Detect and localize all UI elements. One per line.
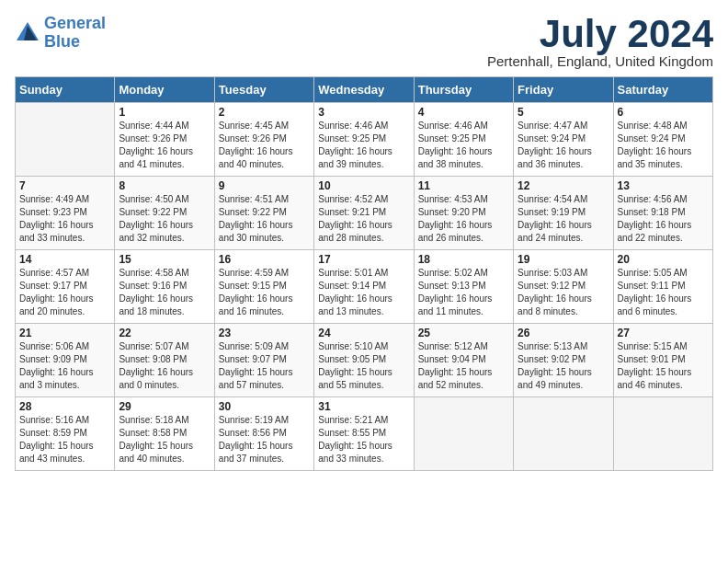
day-number: 28 bbox=[19, 400, 110, 413]
calendar-cell: 21Sunrise: 5:06 AMSunset: 9:09 PMDayligh… bbox=[16, 324, 115, 397]
day-info: Sunrise: 5:15 AMSunset: 9:01 PMDaylight:… bbox=[618, 340, 709, 392]
calendar-cell: 29Sunrise: 5:18 AMSunset: 8:58 PMDayligh… bbox=[115, 397, 214, 471]
day-info: Sunrise: 4:50 AMSunset: 9:22 PMDaylight:… bbox=[119, 193, 210, 245]
day-number: 15 bbox=[119, 253, 210, 266]
calendar-cell bbox=[414, 397, 513, 471]
day-number: 19 bbox=[518, 253, 609, 266]
day-header-sunday: Sunday bbox=[16, 77, 115, 103]
day-info: Sunrise: 5:02 AMSunset: 9:13 PMDaylight:… bbox=[418, 267, 509, 318]
day-number: 4 bbox=[418, 106, 509, 119]
page-header: General Blue July 2024 Pertenhall, Engla… bbox=[15, 15, 713, 69]
day-number: 2 bbox=[219, 106, 310, 119]
calendar-cell: 5Sunrise: 4:47 AMSunset: 9:24 PMDaylight… bbox=[514, 103, 613, 177]
day-info: Sunrise: 4:56 AMSunset: 9:18 PMDaylight:… bbox=[618, 193, 709, 245]
calendar-cell: 22Sunrise: 5:07 AMSunset: 9:08 PMDayligh… bbox=[115, 324, 214, 397]
calendar-cell bbox=[613, 397, 712, 471]
day-number: 24 bbox=[318, 327, 409, 339]
day-info: Sunrise: 5:05 AMSunset: 9:11 PMDaylight:… bbox=[618, 267, 709, 318]
week-row-2: 7Sunrise: 4:49 AMSunset: 9:23 PMDaylight… bbox=[16, 177, 713, 250]
day-info: Sunrise: 4:52 AMSunset: 9:21 PMDaylight:… bbox=[318, 193, 409, 245]
day-number: 8 bbox=[119, 179, 210, 192]
day-number: 10 bbox=[318, 179, 409, 192]
calendar-cell: 11Sunrise: 4:53 AMSunset: 9:20 PMDayligh… bbox=[414, 177, 513, 250]
day-info: Sunrise: 4:59 AMSunset: 9:15 PMDaylight:… bbox=[219, 267, 310, 318]
calendar-cell: 14Sunrise: 4:57 AMSunset: 9:17 PMDayligh… bbox=[16, 250, 115, 324]
day-number: 1 bbox=[119, 106, 210, 119]
calendar-cell: 3Sunrise: 4:46 AMSunset: 9:25 PMDaylight… bbox=[314, 103, 414, 177]
day-number: 11 bbox=[418, 179, 509, 192]
day-number: 18 bbox=[418, 253, 509, 266]
day-info: Sunrise: 5:18 AMSunset: 8:58 PMDaylight:… bbox=[119, 414, 210, 465]
day-info: Sunrise: 5:13 AMSunset: 9:02 PMDaylight:… bbox=[518, 340, 609, 392]
day-number: 13 bbox=[618, 179, 709, 192]
day-number: 29 bbox=[119, 400, 210, 413]
day-number: 9 bbox=[219, 179, 310, 192]
day-number: 21 bbox=[19, 327, 110, 339]
day-info: Sunrise: 4:44 AMSunset: 9:26 PMDaylight:… bbox=[119, 120, 210, 171]
calendar-cell: 4Sunrise: 4:46 AMSunset: 9:25 PMDaylight… bbox=[414, 103, 513, 177]
calendar-cell: 31Sunrise: 5:21 AMSunset: 8:55 PMDayligh… bbox=[314, 397, 414, 471]
day-number: 31 bbox=[318, 400, 409, 413]
calendar-cell: 17Sunrise: 5:01 AMSunset: 9:14 PMDayligh… bbox=[314, 250, 414, 324]
calendar-cell: 13Sunrise: 4:56 AMSunset: 9:18 PMDayligh… bbox=[613, 177, 712, 250]
day-info: Sunrise: 4:54 AMSunset: 9:19 PMDaylight:… bbox=[518, 193, 609, 245]
logo-text: General Blue bbox=[44, 15, 106, 52]
day-info: Sunrise: 4:48 AMSunset: 9:24 PMDaylight:… bbox=[618, 120, 709, 171]
calendar-cell: 20Sunrise: 5:05 AMSunset: 9:11 PMDayligh… bbox=[613, 250, 712, 324]
calendar-cell: 27Sunrise: 5:15 AMSunset: 9:01 PMDayligh… bbox=[613, 324, 712, 397]
day-number: 17 bbox=[318, 253, 409, 266]
day-info: Sunrise: 4:46 AMSunset: 9:25 PMDaylight:… bbox=[318, 120, 409, 171]
calendar-cell: 1Sunrise: 4:44 AMSunset: 9:26 PMDaylight… bbox=[115, 103, 214, 177]
calendar-cell: 16Sunrise: 4:59 AMSunset: 9:15 PMDayligh… bbox=[214, 250, 313, 324]
week-row-4: 21Sunrise: 5:06 AMSunset: 9:09 PMDayligh… bbox=[16, 324, 713, 397]
calendar-cell: 28Sunrise: 5:16 AMSunset: 8:59 PMDayligh… bbox=[16, 397, 115, 471]
day-header-saturday: Saturday bbox=[613, 77, 712, 103]
calendar-table: SundayMondayTuesdayWednesdayThursdayFrid… bbox=[15, 76, 713, 471]
day-info: Sunrise: 5:03 AMSunset: 9:12 PMDaylight:… bbox=[518, 267, 609, 318]
title-block: July 2024 Pertenhall, England, United Ki… bbox=[487, 15, 713, 69]
day-number: 27 bbox=[618, 327, 709, 339]
day-number: 16 bbox=[219, 253, 310, 266]
logo-icon bbox=[15, 20, 40, 46]
calendar-cell bbox=[16, 103, 115, 177]
day-info: Sunrise: 5:09 AMSunset: 9:07 PMDaylight:… bbox=[219, 340, 310, 392]
day-info: Sunrise: 5:16 AMSunset: 8:59 PMDaylight:… bbox=[19, 414, 110, 465]
day-info: Sunrise: 5:07 AMSunset: 9:08 PMDaylight:… bbox=[119, 340, 210, 392]
calendar-cell: 30Sunrise: 5:19 AMSunset: 8:56 PMDayligh… bbox=[214, 397, 313, 471]
day-info: Sunrise: 4:47 AMSunset: 9:24 PMDaylight:… bbox=[518, 120, 609, 171]
calendar-cell: 15Sunrise: 4:58 AMSunset: 9:16 PMDayligh… bbox=[115, 250, 214, 324]
day-info: Sunrise: 4:58 AMSunset: 9:16 PMDaylight:… bbox=[119, 267, 210, 318]
week-row-3: 14Sunrise: 4:57 AMSunset: 9:17 PMDayligh… bbox=[16, 250, 713, 324]
day-number: 12 bbox=[518, 179, 609, 192]
day-info: Sunrise: 4:45 AMSunset: 9:26 PMDaylight:… bbox=[219, 120, 310, 171]
day-number: 14 bbox=[19, 253, 110, 266]
day-number: 23 bbox=[219, 327, 310, 339]
week-row-5: 28Sunrise: 5:16 AMSunset: 8:59 PMDayligh… bbox=[16, 397, 713, 471]
day-info: Sunrise: 5:12 AMSunset: 9:04 PMDaylight:… bbox=[418, 340, 509, 392]
calendar-cell: 18Sunrise: 5:02 AMSunset: 9:13 PMDayligh… bbox=[414, 250, 513, 324]
day-number: 20 bbox=[618, 253, 709, 266]
day-header-thursday: Thursday bbox=[414, 77, 513, 103]
day-number: 30 bbox=[219, 400, 310, 413]
day-number: 22 bbox=[119, 327, 210, 339]
day-info: Sunrise: 5:19 AMSunset: 8:56 PMDaylight:… bbox=[219, 414, 310, 465]
header-row: SundayMondayTuesdayWednesdayThursdayFrid… bbox=[16, 77, 713, 103]
calendar-cell: 8Sunrise: 4:50 AMSunset: 9:22 PMDaylight… bbox=[115, 177, 214, 250]
calendar-cell: 9Sunrise: 4:51 AMSunset: 9:22 PMDaylight… bbox=[214, 177, 313, 250]
week-row-1: 1Sunrise: 4:44 AMSunset: 9:26 PMDaylight… bbox=[16, 103, 713, 177]
day-info: Sunrise: 4:49 AMSunset: 9:23 PMDaylight:… bbox=[19, 193, 110, 245]
day-header-friday: Friday bbox=[514, 77, 613, 103]
day-number: 7 bbox=[19, 179, 110, 192]
day-number: 6 bbox=[618, 106, 709, 119]
day-info: Sunrise: 4:57 AMSunset: 9:17 PMDaylight:… bbox=[19, 267, 110, 318]
calendar-cell: 12Sunrise: 4:54 AMSunset: 9:19 PMDayligh… bbox=[514, 177, 613, 250]
day-info: Sunrise: 4:46 AMSunset: 9:25 PMDaylight:… bbox=[418, 120, 509, 171]
calendar-cell: 2Sunrise: 4:45 AMSunset: 9:26 PMDaylight… bbox=[214, 103, 313, 177]
day-number: 26 bbox=[518, 327, 609, 339]
calendar-cell: 10Sunrise: 4:52 AMSunset: 9:21 PMDayligh… bbox=[314, 177, 414, 250]
day-info: Sunrise: 5:06 AMSunset: 9:09 PMDaylight:… bbox=[19, 340, 110, 392]
calendar-cell: 26Sunrise: 5:13 AMSunset: 9:02 PMDayligh… bbox=[514, 324, 613, 397]
day-info: Sunrise: 4:51 AMSunset: 9:22 PMDaylight:… bbox=[219, 193, 310, 245]
calendar-cell: 7Sunrise: 4:49 AMSunset: 9:23 PMDaylight… bbox=[16, 177, 115, 250]
calendar-cell: 19Sunrise: 5:03 AMSunset: 9:12 PMDayligh… bbox=[514, 250, 613, 324]
